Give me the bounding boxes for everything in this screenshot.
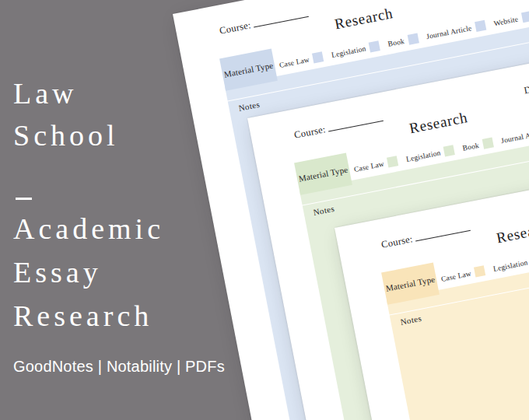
material-option-label: Case Law bbox=[353, 159, 385, 173]
material-option-label: Journal Article bbox=[426, 24, 472, 40]
material-option: Case Law bbox=[440, 265, 486, 284]
checkbox-icon bbox=[521, 11, 529, 23]
product-subtitle: Academic Essay Research bbox=[13, 207, 164, 338]
product-listing-image: Law School Academic Essay Research GoodN… bbox=[0, 0, 529, 420]
notes-label: Notes bbox=[238, 100, 261, 113]
checkbox-icon bbox=[312, 51, 324, 63]
date-field: Date: bbox=[523, 70, 529, 96]
date-label: Date: bbox=[523, 81, 529, 96]
checkbox-icon bbox=[407, 33, 419, 45]
checkbox-icon bbox=[387, 156, 398, 167]
material-option-label: Case Law bbox=[440, 269, 472, 282]
supported-formats-text: GoodNotes | Notability | PDFs bbox=[13, 358, 225, 376]
notes-label: Notes bbox=[400, 313, 422, 327]
material-option-label: Legislation bbox=[492, 258, 528, 272]
product-title: Law School bbox=[13, 72, 119, 156]
material-option: Website bbox=[493, 11, 529, 28]
material-option-label: Journal Article bbox=[500, 128, 529, 145]
checkbox-icon bbox=[482, 138, 493, 149]
material-option-label: Legislation bbox=[331, 44, 366, 58]
checkbox-icon bbox=[443, 145, 455, 156]
material-option: Legislation bbox=[492, 254, 529, 274]
material-option: Case Law bbox=[353, 156, 399, 174]
material-option: Book bbox=[461, 138, 493, 153]
material-option: Journal Article bbox=[500, 124, 529, 145]
product-title-line: School bbox=[13, 114, 119, 156]
notes-label: Notes bbox=[313, 204, 335, 217]
material-option: Case Law bbox=[279, 51, 324, 70]
checkbox-icon bbox=[474, 265, 485, 277]
material-option-label: Website bbox=[493, 15, 519, 27]
material-option-label: Case Law bbox=[279, 55, 310, 68]
product-title-line: Law bbox=[13, 72, 119, 114]
divider-line bbox=[16, 198, 32, 200]
material-option-label: Book bbox=[462, 141, 480, 152]
material-option-label: Legislation bbox=[405, 149, 441, 163]
product-subtitle-line: Research bbox=[13, 294, 164, 338]
checkbox-icon bbox=[475, 20, 486, 32]
product-subtitle-line: Essay bbox=[13, 250, 164, 294]
product-subtitle-line: Academic bbox=[13, 207, 164, 250]
material-option-label: Book bbox=[387, 37, 405, 47]
material-option: Book bbox=[387, 33, 419, 49]
checkbox-icon bbox=[369, 40, 380, 52]
